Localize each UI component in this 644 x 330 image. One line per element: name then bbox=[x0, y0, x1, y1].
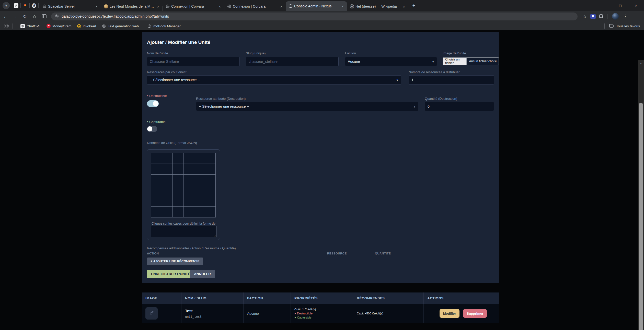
image-file-input[interactable]: Choisir un fichier Aucun fichier choisi bbox=[443, 57, 499, 65]
bookmark-star-button[interactable]: ☆ bbox=[581, 12, 589, 20]
tab-hel-wikipedia[interactable]: W Hel (déesse) — Wikipédia × bbox=[347, 2, 408, 11]
grid-cell[interactable] bbox=[205, 153, 216, 164]
grid-cell[interactable] bbox=[151, 174, 162, 185]
tab-spacebar-server[interactable]: Spacebar Server × bbox=[40, 2, 101, 11]
save-unit-button[interactable]: ENREGISTRER L'UNITÉ bbox=[147, 270, 194, 278]
cancel-button[interactable]: ANNULER bbox=[190, 270, 215, 278]
close-icon[interactable]: × bbox=[94, 4, 99, 9]
browser-menu-button[interactable]: ⋮ bbox=[621, 12, 629, 20]
bookmark-text-generation[interactable]: Text generation web... bbox=[102, 24, 142, 28]
grid-cell[interactable] bbox=[194, 196, 205, 207]
new-tab-button[interactable]: + bbox=[410, 2, 418, 9]
extensions-puzzle-button[interactable] bbox=[597, 12, 605, 20]
site-settings-icon[interactable] bbox=[55, 14, 59, 19]
grid-cell[interactable] bbox=[194, 185, 205, 196]
resource-count-input[interactable] bbox=[409, 75, 494, 84]
close-icon[interactable]: × bbox=[156, 4, 160, 9]
grid-cell[interactable] bbox=[205, 206, 216, 217]
grid-cell[interactable] bbox=[172, 164, 183, 175]
all-bookmarks-label: Tous les favoris bbox=[616, 24, 640, 28]
grid-cell[interactable] bbox=[194, 174, 205, 185]
close-icon[interactable]: × bbox=[217, 4, 222, 9]
grid-cell[interactable] bbox=[183, 153, 194, 164]
grid-cell[interactable] bbox=[162, 164, 173, 175]
grid-cell[interactable] bbox=[183, 206, 194, 217]
grid-json-textarea[interactable] bbox=[151, 226, 216, 237]
grid-cell[interactable] bbox=[162, 206, 173, 217]
grid-cell[interactable] bbox=[162, 185, 173, 196]
wordpress-icon: W bbox=[32, 3, 36, 8]
grid-cell[interactable] bbox=[151, 164, 162, 175]
grid-cell[interactable] bbox=[172, 185, 183, 196]
bookmark-mdbook-manager[interactable]: mdBook Manager bbox=[147, 24, 181, 28]
grid-cell[interactable] bbox=[172, 153, 183, 164]
name-input[interactable] bbox=[147, 57, 240, 66]
grid-cell[interactable] bbox=[151, 185, 162, 196]
capturable-toggle[interactable] bbox=[147, 126, 157, 132]
grid-cell[interactable] bbox=[172, 206, 183, 217]
tab-connexion-corvara-2[interactable]: Connexion | Corvara × bbox=[224, 2, 286, 11]
bookmark-invokeai[interactable]: InvokeAI bbox=[77, 24, 96, 28]
forward-button[interactable]: → bbox=[11, 12, 19, 21]
page-scrollbar[interactable]: ▲ ▼ bbox=[638, 60, 644, 330]
grid-cell[interactable] bbox=[183, 196, 194, 207]
grid-cell[interactable] bbox=[162, 153, 173, 164]
choose-file-button[interactable]: Choisir un fichier bbox=[443, 58, 467, 65]
tab-search-button[interactable]: ∨ bbox=[3, 2, 10, 9]
cost-resource-select[interactable]: -- Sélectionner une ressource -- ∨ bbox=[147, 75, 401, 84]
grid-cell[interactable] bbox=[162, 174, 173, 185]
destruction-resource-select[interactable]: -- Sélectionner une ressource -- ∨ bbox=[196, 102, 418, 111]
tab-console-admin-nexus[interactable]: Console Admin - Nexus × bbox=[286, 1, 347, 11]
edit-unit-button[interactable]: Modifier bbox=[440, 309, 460, 318]
grid-cell[interactable] bbox=[151, 196, 162, 207]
home-button[interactable]: ⌂ bbox=[30, 12, 39, 21]
grid-cell[interactable] bbox=[183, 185, 194, 196]
grid-cell[interactable] bbox=[172, 174, 183, 185]
url-text[interactable]: galactic-pve-conquest-c7fe.dev.flatlogic… bbox=[62, 14, 169, 18]
delete-unit-button[interactable]: Supprimer bbox=[463, 309, 487, 318]
grid-cell[interactable] bbox=[151, 206, 162, 217]
grid-cell[interactable] bbox=[194, 164, 205, 175]
grid-cell[interactable] bbox=[194, 206, 205, 217]
grid-cell[interactable] bbox=[172, 196, 183, 207]
reload-button[interactable]: ↻ bbox=[20, 12, 29, 21]
grid-cell[interactable] bbox=[183, 174, 194, 185]
destructible-toggle[interactable] bbox=[147, 100, 159, 107]
grid-cell[interactable] bbox=[205, 196, 216, 207]
page-content: Ajouter / Modifier une Unité Nom de l'un… bbox=[0, 30, 644, 330]
close-icon[interactable]: × bbox=[279, 4, 284, 9]
extension-shortcut-button[interactable] bbox=[589, 12, 597, 20]
scroll-up-icon[interactable]: ▲ bbox=[638, 61, 644, 66]
add-reward-button[interactable]: + AJOUTER UNE RÉCOMPENSE bbox=[147, 258, 203, 265]
tab-neuf-mondes[interactable]: Les Neuf Mondes de la Mythol × bbox=[101, 2, 163, 11]
grid-cell[interactable] bbox=[194, 153, 205, 164]
back-button[interactable]: ← bbox=[1, 12, 10, 21]
maximize-button[interactable]: □ bbox=[612, 0, 628, 11]
pinned-tab-wordpress[interactable]: W bbox=[30, 1, 38, 10]
bookmark-chatgpt[interactable]: ChatGPT bbox=[20, 24, 41, 28]
faction-select[interactable]: Aucune ∨ bbox=[345, 57, 437, 66]
close-icon[interactable]: × bbox=[340, 4, 345, 8]
grid-cell[interactable] bbox=[205, 164, 216, 175]
minimize-button[interactable]: – bbox=[596, 0, 612, 11]
all-bookmarks[interactable]: Tous les favoris bbox=[602, 23, 640, 29]
close-icon[interactable]: × bbox=[402, 4, 406, 9]
grid-cell[interactable] bbox=[205, 185, 216, 196]
close-window-button[interactable]: × bbox=[628, 0, 644, 11]
tab-connexion-corvara-1[interactable]: Connexion | Corvara × bbox=[163, 2, 224, 11]
pinned-tab-gemini[interactable] bbox=[21, 1, 29, 10]
profile-avatar[interactable] bbox=[612, 13, 619, 20]
grid-cell[interactable] bbox=[205, 174, 216, 185]
scrollbar-thumb[interactable] bbox=[639, 103, 643, 330]
destruction-qty-input[interactable] bbox=[425, 102, 494, 111]
slug-input[interactable] bbox=[246, 57, 339, 66]
address-bar[interactable]: galactic-pve-conquest-c7fe.dev.flatlogic… bbox=[51, 13, 578, 20]
apps-grid-icon[interactable] bbox=[5, 24, 9, 28]
grid-cell[interactable] bbox=[162, 196, 173, 207]
side-panel-button[interactable] bbox=[40, 12, 49, 21]
grid-cell[interactable] bbox=[151, 153, 162, 164]
divider bbox=[604, 23, 605, 29]
grid-cell[interactable] bbox=[183, 164, 194, 175]
pinned-tab-fingerprint[interactable] bbox=[12, 1, 20, 10]
bookmark-moneygram[interactable]: MoneyGram bbox=[47, 24, 71, 28]
